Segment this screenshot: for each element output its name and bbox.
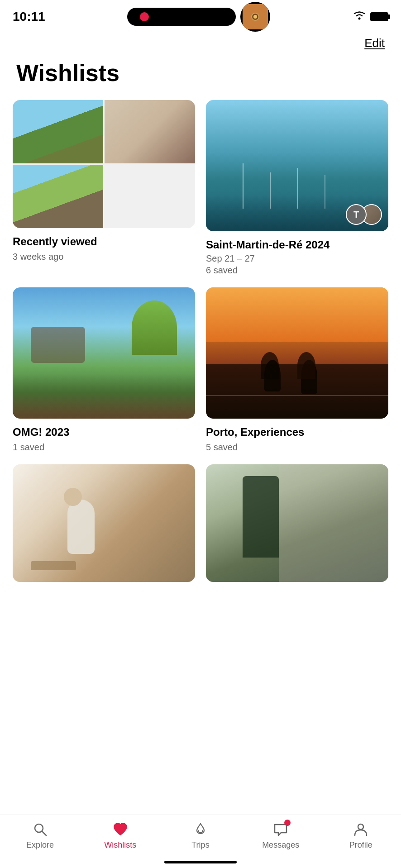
collage-cell-4 xyxy=(105,165,195,228)
collage-cell-1 xyxy=(13,100,103,163)
nav-wishlists[interactable]: Wishlists xyxy=(98,821,143,850)
wishlist-saved-saint-martin: 6 saved xyxy=(206,264,388,277)
recording-pill xyxy=(127,8,236,26)
wishlist-info-recently-viewed: Recently viewed 3 weeks ago xyxy=(13,234,195,263)
wishlist-name-omg: OMG! 2023 xyxy=(13,425,195,439)
collage-recently-viewed xyxy=(13,100,195,228)
wishlist-card-partial-1[interactable] xyxy=(13,464,195,582)
wishlist-info-porto: Porto, Experiences 5 saved xyxy=(206,425,388,453)
nav-profile-label: Profile xyxy=(349,840,372,850)
status-time: 10:11 xyxy=(13,10,45,24)
home-indicator xyxy=(164,861,237,863)
wishlist-dates-saint-martin: Sep 21 – 27 xyxy=(206,253,388,264)
nav-messages-label: Messages xyxy=(262,840,299,850)
partial-thumb-2 xyxy=(206,464,388,582)
nav-explore[interactable]: Explore xyxy=(18,821,63,850)
top-actions: Edit xyxy=(0,32,401,55)
status-right xyxy=(352,10,388,24)
nav-explore-label: Explore xyxy=(26,840,54,850)
svg-point-1 xyxy=(253,15,257,19)
photo-porto xyxy=(206,287,388,419)
wishlist-card-saint-martin[interactable]: T Saint-Martin-de-Ré 2024 Sep 21 – 27 6 … xyxy=(206,100,388,277)
bottom-spacer xyxy=(0,582,401,654)
partial-thumb-1 xyxy=(13,464,195,582)
wishlist-saved-omg: 1 saved xyxy=(13,441,195,453)
wishlist-card-partial-2[interactable] xyxy=(206,464,388,582)
wishlist-name-porto: Porto, Experiences xyxy=(206,425,388,439)
collage-cell-2 xyxy=(105,100,195,163)
svg-point-5 xyxy=(358,824,363,830)
heart-icon xyxy=(112,821,129,838)
wishlist-name-saint-martin: Saint-Martin-de-Ré 2024 xyxy=(206,238,388,252)
wishlist-card-recently-viewed[interactable]: Recently viewed 3 weeks ago xyxy=(13,100,195,277)
recording-dot xyxy=(140,12,149,21)
battery-icon xyxy=(370,12,388,21)
wishlist-info-omg: OMG! 2023 1 saved xyxy=(13,425,195,453)
message-badge xyxy=(284,820,291,826)
svg-point-2 xyxy=(358,17,361,19)
nav-profile[interactable]: Profile xyxy=(338,821,383,850)
wishlist-thumb-saint-martin: T xyxy=(206,100,388,231)
message-icon xyxy=(272,821,289,838)
search-icon xyxy=(32,821,48,838)
bottom-nav: Explore Wishlists Trips Messages xyxy=(0,815,401,868)
person-icon xyxy=(353,821,369,838)
edit-button[interactable]: Edit xyxy=(364,36,385,50)
wishlist-thumb-porto xyxy=(206,287,388,419)
wishlist-info-saint-martin: Saint-Martin-de-Ré 2024 Sep 21 – 27 6 sa… xyxy=(206,238,388,277)
nav-messages[interactable]: Messages xyxy=(258,821,303,850)
airbnb-icon xyxy=(192,821,209,838)
svg-line-4 xyxy=(42,831,46,835)
photo-omg xyxy=(13,287,195,419)
status-center xyxy=(127,2,270,32)
photo-marina: T xyxy=(206,100,388,231)
collage-cell-3 xyxy=(13,165,103,228)
status-bar: 10:11 xyxy=(0,0,401,32)
camera-app-icon[interactable] xyxy=(240,2,270,32)
wishlists-grid: Recently viewed 3 weeks ago T xyxy=(0,100,401,582)
nav-wishlists-label: Wishlists xyxy=(104,840,136,850)
page-title: Wishlists xyxy=(0,55,401,100)
wishlist-thumb-omg xyxy=(13,287,195,419)
avatars-overlay: T xyxy=(346,204,382,225)
wishlist-sub-recently-viewed: 3 weeks ago xyxy=(13,250,195,263)
nav-trips-label: Trips xyxy=(191,840,209,850)
wishlist-card-porto[interactable]: Porto, Experiences 5 saved xyxy=(206,287,388,453)
wifi-icon xyxy=(352,10,367,24)
avatar-t: T xyxy=(346,204,367,225)
wishlist-thumb-recently-viewed xyxy=(13,100,195,228)
wishlist-card-omg-2023[interactable]: OMG! 2023 1 saved xyxy=(13,287,195,453)
wishlist-saved-porto: 5 saved xyxy=(206,441,388,453)
wishlist-name-recently-viewed: Recently viewed xyxy=(13,234,195,248)
nav-trips[interactable]: Trips xyxy=(178,821,223,850)
